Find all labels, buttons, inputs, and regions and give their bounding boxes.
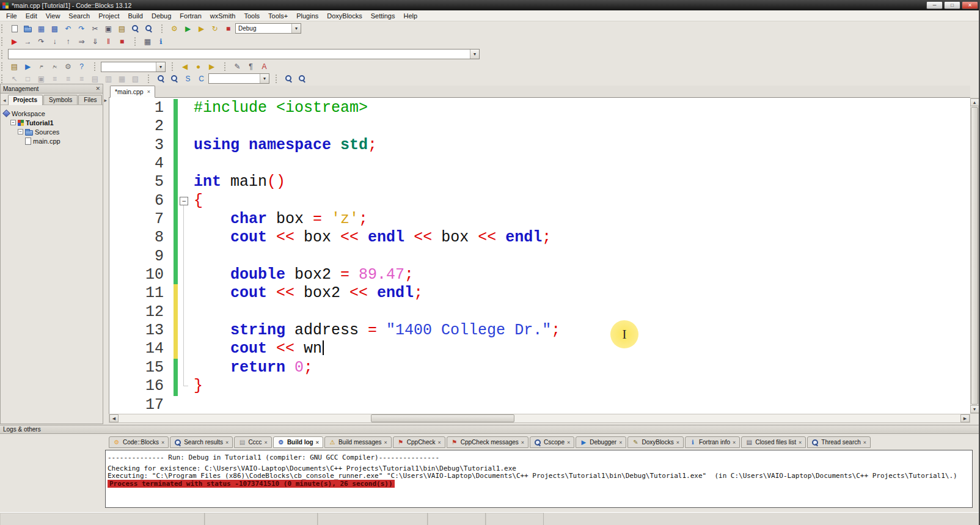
build-and-run-button[interactable]: ▶	[195, 23, 208, 34]
save-button[interactable]: ▦	[35, 23, 48, 34]
code-line-12[interactable]: 12	[109, 303, 970, 321]
tab-close-icon[interactable]: ×	[265, 439, 268, 446]
menu-search[interactable]: Search	[64, 11, 94, 21]
code-line-1[interactable]: 1#include <iostream>	[109, 99, 970, 117]
tab-close-icon[interactable]: ×	[567, 439, 570, 446]
scroll-right-icon[interactable]: ▶	[960, 414, 970, 422]
log-tab-build-messages[interactable]: ⚠Build messages×	[324, 436, 392, 448]
close-button[interactable]: ✕	[962, 1, 978, 9]
step-into-instruction-button[interactable]: ⇓	[89, 36, 101, 48]
scroll-left-icon[interactable]: ◀	[109, 414, 119, 422]
redo-button[interactable]: ↷	[75, 23, 88, 34]
management-tab-files[interactable]: Files	[78, 95, 102, 105]
build-button[interactable]: ⚙	[168, 23, 181, 34]
zoom-in-button[interactable]	[155, 73, 167, 84]
scrollbar-thumb[interactable]	[371, 414, 514, 422]
various-info-button[interactable]: ℹ	[155, 36, 167, 48]
code-line-5[interactable]: 5int main()	[109, 173, 970, 191]
tree-item-tutorial1[interactable]: −Tutorial1	[1, 118, 103, 127]
code-line-7[interactable]: 7 char box = 'z';	[109, 210, 970, 229]
scrollbar-thumb[interactable]	[971, 107, 978, 405]
menu-settings[interactable]: Settings	[367, 11, 400, 21]
debugging-windows-button[interactable]: ▦	[141, 36, 154, 48]
menu-debug[interactable]: Debug	[147, 11, 175, 21]
menu-edit[interactable]: Edit	[21, 11, 42, 21]
menu-file[interactable]: File	[2, 11, 21, 21]
dropdown-arrow-icon[interactable]: ▾	[470, 50, 479, 59]
into-window-button[interactable]: ▣	[35, 73, 48, 84]
tab-close-icon[interactable]: ×	[437, 439, 441, 446]
log-tab-code-blocks[interactable]: ⚙Code::Blocks×	[109, 436, 169, 448]
maximize-button[interactable]: □	[944, 1, 960, 9]
code-line-16[interactable]: 16}	[109, 377, 970, 395]
tab-scroll-right-icon[interactable]: ▸	[103, 97, 108, 105]
paste-button[interactable]: ▤	[115, 23, 128, 34]
doxy-run-button[interactable]: ▶	[21, 61, 34, 73]
code-line-13[interactable]: 13 string address = "1400 College Dr.";	[109, 321, 970, 340]
code-line-10[interactable]: 10 double box2 = 89.47;	[109, 266, 970, 284]
jump-forward-button[interactable]: ▶	[205, 61, 218, 73]
step-out-button[interactable]: ↑	[62, 36, 75, 48]
tree-item-sources[interactable]: −Sources	[1, 127, 103, 136]
menu-tools[interactable]: Tools	[240, 11, 264, 21]
tab-close-icon[interactable]: ×	[225, 439, 229, 446]
log-tab-thread-search[interactable]: Thread search×	[807, 436, 871, 448]
break-debugger-button[interactable]: ‖	[102, 36, 115, 48]
step-into-button[interactable]: ↓	[48, 36, 61, 48]
menu-build[interactable]: Build	[123, 11, 147, 21]
class-letter-button[interactable]: C	[195, 73, 208, 84]
code-line-17[interactable]: 17	[109, 396, 970, 414]
management-tab-projects[interactable]: Projects	[8, 95, 43, 105]
jump-back-button[interactable]: ◀	[178, 61, 191, 73]
tab-close-icon[interactable]: ×	[521, 439, 524, 446]
copy-button[interactable]: ▣	[102, 23, 115, 34]
undo-button[interactable]: ↶	[62, 23, 75, 34]
new-file-button[interactable]	[8, 23, 21, 34]
log-tab-closed-files-list[interactable]: ▤Closed files list×	[741, 436, 806, 448]
build-log-output[interactable]: -------------- Run: Debug in Tutorial1 (…	[105, 450, 973, 508]
pointer-tool-button[interactable]: ↖	[8, 73, 21, 84]
doxy-comment-line-button[interactable]: /*<	[48, 61, 61, 73]
code-line-14[interactable]: 14 cout << wn	[109, 340, 970, 358]
menu-project[interactable]: Project	[94, 11, 123, 21]
code-line-3[interactable]: 3using namespace std;	[109, 136, 970, 155]
dropdown-arrow-icon[interactable]: ▾	[156, 62, 165, 72]
editor-tab-main-cpp[interactable]: *main.cpp ×	[110, 86, 155, 98]
code-line-11[interactable]: 11 cout << box2 << endl;	[109, 284, 970, 303]
collapse-icon[interactable]: −	[18, 129, 23, 134]
selection-tool-button[interactable]: □	[21, 73, 34, 84]
doxy-comment-block-button[interactable]: /**	[35, 61, 48, 73]
save-all-button[interactable]: ▩	[48, 23, 61, 34]
align-left-button[interactable]: ≡	[48, 73, 61, 84]
dropdown-arrow-icon[interactable]: ▾	[291, 24, 301, 33]
jump-button[interactable]: ●	[192, 61, 205, 73]
source-letter-button[interactable]: S	[181, 73, 194, 84]
insert-comment-button[interactable]: ¶	[244, 61, 257, 73]
tree-item-workspace[interactable]: Workspace	[1, 109, 103, 118]
scroll-down-icon[interactable]: ▼	[970, 405, 979, 413]
wxsmith-resource-select[interactable]: ▾	[208, 73, 269, 84]
scrollbar-track[interactable]	[119, 414, 960, 422]
log-tab-cppcheck[interactable]: ⚑CppCheck×	[393, 436, 445, 448]
stop-debugger-button[interactable]: ■	[115, 36, 128, 48]
code-editor[interactable]: 1#include <iostream>23using namespace st…	[109, 98, 970, 414]
next-instruction-button[interactable]: ⇒	[75, 36, 88, 48]
menu-wxsmith[interactable]: wxSmith	[206, 11, 240, 21]
code-line-6[interactable]: 6−{	[109, 192, 970, 210]
tab-close-icon[interactable]: ×	[161, 439, 164, 446]
log-tab-cppcheck-messages[interactable]: ⚑CppCheck messages×	[447, 436, 528, 448]
border-bottom-button[interactable]: ▧	[129, 73, 142, 84]
code-line-9[interactable]: 9	[109, 248, 970, 266]
tab-close-icon[interactable]: ×	[799, 439, 802, 446]
align-right-button[interactable]: ≡	[75, 73, 88, 84]
tab-close-icon[interactable]: ×	[619, 439, 622, 446]
doxy-config-button[interactable]: ⚙	[62, 61, 75, 73]
menu-help[interactable]: Help	[399, 11, 422, 21]
log-tab-debugger[interactable]: ▶Debugger×	[576, 436, 626, 448]
horizontal-scrollbar[interactable]: ◀ ▶	[109, 414, 970, 423]
run-to-cursor-button[interactable]: →	[21, 36, 34, 48]
code-line-8[interactable]: 8 cout << box << endl << box << endl;	[109, 229, 970, 247]
log-tab-cccc[interactable]: ▤Cccc×	[234, 436, 272, 448]
log-tab-fortran-info[interactable]: ℹFortran info×	[685, 436, 740, 448]
tab-close-icon[interactable]: ×	[733, 439, 736, 446]
